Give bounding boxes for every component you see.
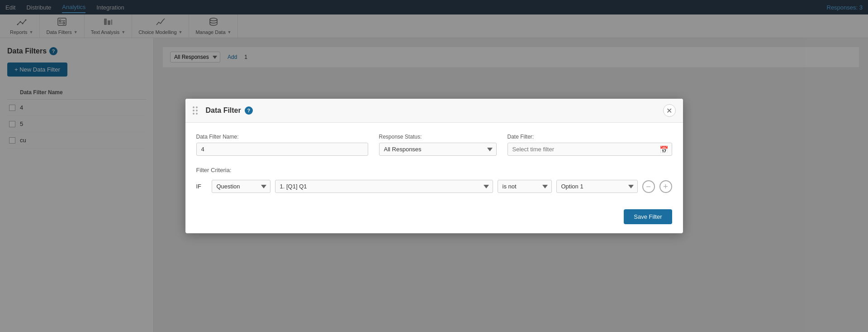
modal-close-button[interactable]: ✕ (663, 104, 676, 117)
modal-header: Data Filter ? ✕ (185, 99, 683, 123)
modal-body: Data Filter Name: Response Status: All R… (185, 123, 683, 209)
criteria-type-select[interactable]: Question Answer (212, 180, 270, 193)
modal-help-icon[interactable]: ? (245, 106, 253, 115)
name-label: Data Filter Name: (196, 134, 368, 140)
date-field-group: Date Filter: 📅 (508, 134, 672, 156)
status-field-group: Response Status: All Responses Complete … (379, 134, 497, 156)
date-label: Date Filter: (508, 134, 672, 140)
modal-title: Data Filter ? (206, 106, 253, 115)
save-filter-button[interactable]: Save Filter (624, 209, 672, 224)
criteria-condition-select[interactable]: is is not contains (498, 180, 552, 193)
modal-overlay: Data Filter ? ✕ Data Filter Name: Respon… (0, 0, 868, 332)
response-status-dropdown[interactable]: All Responses Complete Partial Screened … (379, 143, 497, 156)
name-input[interactable] (196, 143, 368, 156)
criteria-row: IF Question Answer 1. [Q1] Q1 2. [Q2] Q2… (196, 180, 672, 193)
data-filter-modal: Data Filter ? ✕ Data Filter Name: Respon… (185, 99, 683, 233)
criteria-if-label: IF (196, 183, 207, 190)
name-field-group: Data Filter Name: (196, 134, 368, 156)
modal-title-text: Data Filter (206, 106, 241, 115)
criteria-question-select[interactable]: 1. [Q1] Q1 2. [Q2] Q2 (275, 180, 493, 193)
add-criteria-button[interactable]: + (659, 180, 672, 193)
status-label: Response Status: (379, 134, 497, 140)
form-row-top: Data Filter Name: Response Status: All R… (196, 134, 672, 156)
filter-criteria-label: Filter Criteria: (196, 167, 672, 173)
remove-criteria-button[interactable]: − (642, 180, 655, 193)
modal-footer: Save Filter (185, 209, 683, 233)
date-input-wrapper: 📅 (508, 143, 672, 156)
date-input[interactable] (508, 143, 672, 156)
criteria-option-select[interactable]: Option 1 Option 2 Option 3 (556, 180, 638, 193)
modal-drag-handle[interactable] (193, 106, 198, 115)
